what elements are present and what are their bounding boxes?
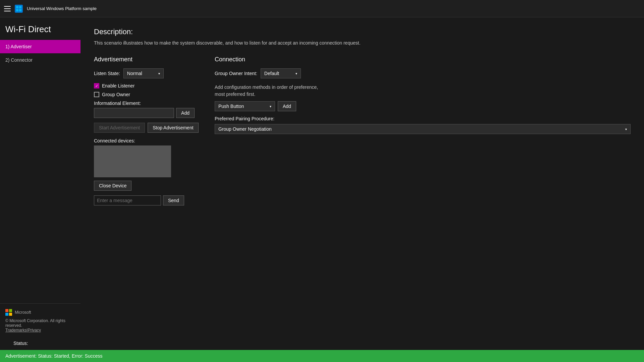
group-owner-intent-label: Group Owner Intent: <box>215 71 257 76</box>
title-bar: Universal Windows Platform sample <box>0 0 644 17</box>
informational-element-input[interactable] <box>94 108 174 118</box>
connected-devices-list <box>94 145 171 177</box>
hamburger-menu-button[interactable] <box>4 5 11 12</box>
sidebar-item-connector[interactable]: 2) Connector <box>0 53 80 67</box>
listen-state-arrow-icon: ▾ <box>158 72 160 75</box>
preferred-pairing-dropdown[interactable]: Group Owner Negotiation ▾ <box>215 124 631 134</box>
config-method-dropdown[interactable]: Push Button ▾ <box>215 101 275 111</box>
status-bar: Advertisement: Status: Started, Error: S… <box>0 350 644 362</box>
informational-element-add-button[interactable]: Add <box>176 108 195 118</box>
enable-listener-label: Enable Listener <box>102 83 135 88</box>
add-config-method-button[interactable]: Add <box>278 101 296 111</box>
trademarks-link[interactable]: Trademarks <box>5 328 27 333</box>
group-owner-label: Group Owner <box>102 92 130 97</box>
description-title: Description: <box>94 27 631 36</box>
config-methods-text: Add configuration methods in order of pr… <box>215 84 631 98</box>
config-method-arrow-icon: ▾ <box>270 105 271 108</box>
company-name: Microsoft <box>15 310 31 315</box>
description-text: This scenario illustrates how to make th… <box>94 40 631 47</box>
group-owner-intent-arrow-icon: ▾ <box>296 72 297 75</box>
sidebar-item-advertiser[interactable]: 1) Advertiser <box>0 40 80 53</box>
sidebar-nav: 1) Advertiser 2) Connector <box>0 40 80 303</box>
app-icon <box>15 5 23 13</box>
copyright-text: © Microsoft Corporation. All rights rese… <box>5 318 75 328</box>
group-owner-intent-dropdown[interactable]: Default ▾ <box>261 68 301 78</box>
informational-element-label: Informational Element: <box>94 101 195 106</box>
status-label: Status: <box>13 341 631 346</box>
status-area: Status: <box>0 338 644 350</box>
sidebar-title: Wi-Fi Direct <box>0 17 80 40</box>
footer-links: Trademarks|Privacy <box>5 328 75 333</box>
start-advertisement-button[interactable]: Start Advertisement <box>94 123 145 133</box>
group-owner-intent-value: Default <box>264 71 279 76</box>
privacy-link[interactable]: Privacy <box>28 328 41 333</box>
send-button[interactable]: Send <box>163 195 184 205</box>
advertisement-title: Advertisement <box>94 56 195 63</box>
stop-advertisement-button[interactable]: Stop Advertisement <box>148 123 198 133</box>
sidebar-footer: Microsoft © Microsoft Corporation. All r… <box>0 303 80 338</box>
preferred-pairing-value: Group Owner Negotiation <box>218 126 272 132</box>
svg-rect-0 <box>16 6 18 8</box>
listen-state-dropdown[interactable]: Normal ▾ <box>123 68 164 78</box>
close-device-button[interactable]: Close Device <box>94 181 131 191</box>
advertisement-section: Advertisement Listen State: Normal ▾ Ena… <box>94 56 195 205</box>
listen-state-value: Normal <box>127 71 142 76</box>
preferred-pairing-label: Preferred Pairing Procedure: <box>215 116 631 121</box>
svg-rect-3 <box>19 9 21 11</box>
connection-title: Connection <box>215 56 631 63</box>
group-owner-checkbox[interactable] <box>94 92 99 97</box>
svg-rect-1 <box>19 6 21 8</box>
main-content: Description: This scenario illustrates h… <box>80 17 644 338</box>
app-title: Universal Windows Platform sample <box>27 6 97 11</box>
svg-rect-2 <box>16 9 18 11</box>
config-method-value: Push Button <box>218 104 244 109</box>
connected-devices-label: Connected devices: <box>94 138 195 143</box>
preferred-pairing-arrow-icon: ▾ <box>625 127 627 131</box>
message-input[interactable] <box>94 195 161 205</box>
enable-listener-checkbox[interactable] <box>94 83 99 88</box>
connection-section: Connection Group Owner Intent: Default ▾… <box>215 56 631 205</box>
listen-state-label: Listen State: <box>94 71 120 76</box>
sidebar: Wi-Fi Direct 1) Advertiser 2) Connector … <box>0 17 80 338</box>
microsoft-logo <box>5 309 12 316</box>
